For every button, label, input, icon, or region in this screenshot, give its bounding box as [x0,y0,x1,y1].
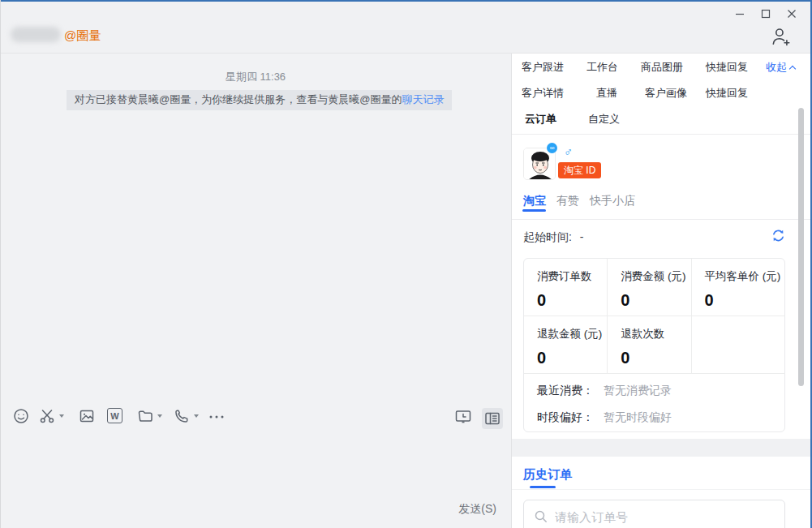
send-file-button[interactable] [137,408,162,424]
tab-customer-detail[interactable]: 客户详情 [522,86,564,101]
close-icon [787,9,797,19]
panel-nav-tabs: 客户跟进 工作台 商品图册 快捷回复 收起 客户详情 直播 客户画像 快捷回复 … [512,54,810,135]
platform-tab-youzan[interactable]: 有赞 [556,194,579,208]
history-tab-underline [530,486,556,488]
section-gap [512,439,810,457]
refresh-button[interactable] [771,229,785,243]
tab-product-album[interactable]: 商品图册 [641,60,683,75]
more-icon [207,408,226,424]
call-dropdown-caret[interactable] [194,414,199,418]
contact-title: @圈量 [64,28,101,44]
taobao-id-badge[interactable]: 淘宝 ID [558,162,601,178]
call-button[interactable] [174,408,199,424]
minimize-icon [735,9,745,19]
send-button[interactable]: 发送(S) [458,502,496,517]
recent-consumption-row: 最近消费： 暂无消费记录 [537,384,771,398]
gender-male-icon: ♂ [564,144,573,158]
scissors-icon [39,408,55,424]
more-tools-button[interactable] [207,408,226,424]
message-history-icon [454,408,472,426]
tab-customer-profile[interactable]: 客户画像 [645,86,687,101]
tab-workbench[interactable]: 工作台 [586,60,618,75]
maximize-icon [761,9,771,19]
panel-toggle-icon [483,410,501,427]
tab-customer-followup[interactable]: 客户跟进 [522,60,564,75]
order-search-input[interactable] [555,510,775,524]
start-time-label: 起始时间: [523,230,572,243]
image-icon [79,408,95,424]
nav-row-3: 云订单 自定义 [512,112,810,127]
stat-total-amount: 消费金额 (元) 0 [608,259,691,316]
file-dropdown-caret[interactable] [157,414,162,418]
history-separator [512,489,810,490]
order-search-box [523,500,785,528]
platform-tabs: 淘宝 有赞 快手小店 [523,194,635,208]
send-word-doc-button[interactable]: W [107,408,122,423]
message-record-button[interactable] [454,408,472,426]
stats-grid: 消费订单数 0 消费金额 (元) 0 平均客单价 (元) 0 退款金额 (元) … [524,259,784,374]
folder-icon [137,408,153,424]
tab-quick-reply-1[interactable]: 快捷回复 [706,60,748,75]
blurred-contact-name [11,27,61,42]
tab-live[interactable]: 直播 [596,86,617,101]
window-border-top [0,0,812,2]
linked-account-badge-icon: ∞ [547,143,557,153]
window-border-left [0,0,1,528]
search-icon [534,509,548,524]
screenshot-dropdown-caret[interactable] [59,414,64,418]
chevron-up-icon [789,65,796,71]
title-bar: @圈量 [0,2,812,54]
chat-toolbar: W [0,408,511,434]
consumption-stats-card: 消费订单数 0 消费金额 (元) 0 平均客单价 (元) 0 退款金额 (元) … [523,258,785,432]
chat-pane: 星期四 11:36 对方已接替黄晨曦@圈量，为你继续提供服务，查看与黄晨曦@圈量… [0,54,511,528]
send-image-button[interactable] [79,408,95,424]
maximize-button[interactable] [757,6,775,22]
screenshot-button[interactable] [39,408,64,424]
word-doc-icon: W [107,408,122,423]
platform-tab-kuaishou[interactable]: 快手小店 [590,194,635,208]
history-orders-section: 历史订单 [512,457,810,528]
emoji-button[interactable] [13,408,29,424]
person-add-icon [770,26,791,47]
nav-row-2: 客户详情 直播 客户画像 快捷回复 [512,86,810,101]
start-time-value: - [580,230,584,243]
system-message: 对方已接替黄晨曦@圈量，为你继续提供服务，查看与黄晨曦@圈量的聊天记录 [67,90,452,110]
collapse-label: 收起 [766,60,787,75]
panel-toggle-button[interactable] [482,408,503,429]
close-button[interactable] [783,6,801,22]
chat-history-link[interactable]: 聊天记录 [402,93,444,105]
phone-icon [174,408,190,424]
minimize-button[interactable] [731,6,749,22]
panel-scrollbar[interactable] [798,108,804,386]
start-time-row: 起始时间: - [523,230,583,245]
platform-tab-taobao[interactable]: 淘宝 [523,194,546,208]
platform-tab-underline [522,209,546,212]
customer-section: ∞ ♂ 淘宝 ID 淘宝 有赞 快手小店 起始时间: - 消费订单数 [512,135,810,439]
stat-refund-amount: 退款金额 (元) 0 [524,316,608,374]
time-preference-row: 时段偏好： 暂无时段偏好 [537,410,771,425]
side-panel: 客户跟进 工作台 商品图册 快捷回复 收起 客户详情 直播 客户画像 快捷回复 … [512,54,810,528]
tab-history-orders[interactable]: 历史订单 [523,467,572,483]
consumption-info: 最近消费： 暂无消费记录 时段偏好： 暂无时段偏好 [524,374,784,425]
add-contact-button[interactable] [770,26,791,47]
system-message-text: 对方已接替黄晨曦@圈量，为你继续提供服务，查看与黄晨曦@圈量的 [75,93,402,105]
refresh-icon [771,229,785,243]
tab-cloud-orders[interactable]: 云订单 [525,112,556,127]
stat-avg-price: 平均客单价 (元) 0 [692,259,786,316]
tab-quick-reply-2[interactable]: 快捷回复 [706,86,748,101]
collapse-button[interactable]: 收起 [766,60,795,75]
stat-refund-count: 退款次数 0 [608,316,691,374]
tab-custom[interactable]: 自定义 [588,112,620,127]
stat-empty-cell [692,316,786,374]
section-divider [512,219,810,220]
stat-order-count: 消费订单数 0 [524,259,608,316]
chat-timestamp: 星期四 11:36 [0,70,511,84]
emoji-icon [13,408,29,424]
window-controls [731,6,801,22]
